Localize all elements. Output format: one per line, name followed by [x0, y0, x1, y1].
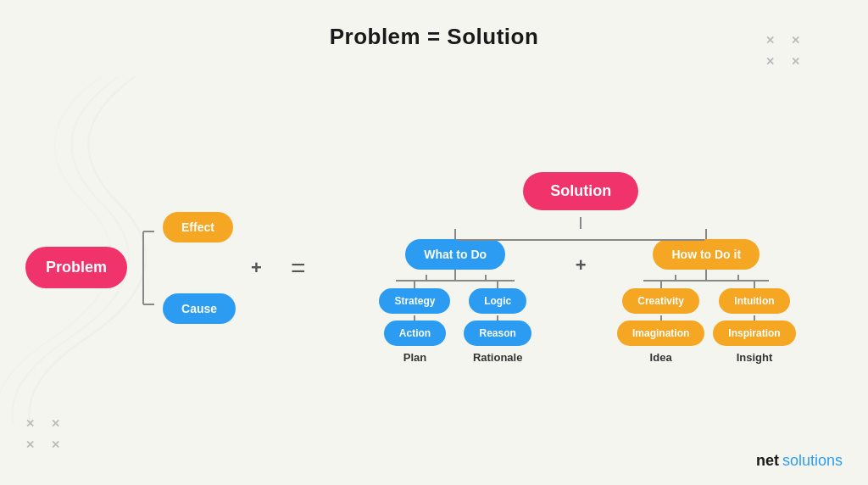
how-children: Creativity Imagination Idea Intuition In…	[634, 282, 778, 364]
top-h-connector	[457, 239, 704, 241]
v-conn-logic	[497, 282, 498, 288]
strategy-pill: Strategy	[379, 288, 450, 314]
v-conn-intuition	[754, 282, 755, 288]
v-conn-how-top	[705, 229, 707, 239]
plus-left: +	[251, 257, 262, 279]
insight-label: Insight	[737, 351, 773, 364]
action-pill: Action	[384, 321, 446, 346]
problem-pill: Problem	[25, 247, 127, 288]
x-deco-2: ✕	[765, 34, 775, 47]
equals-sign: =	[291, 254, 306, 282]
v-conn-creativity	[660, 282, 662, 288]
connector-sol-down	[580, 217, 581, 229]
v-conn-action	[414, 315, 415, 321]
v-tick-logic	[485, 275, 487, 282]
bracket-svg-left	[131, 213, 156, 323]
h-line-what	[396, 280, 515, 282]
page-title: Problem = Solution	[330, 24, 539, 50]
inspiration-pill: Inspiration	[713, 321, 795, 346]
cause-pill: Cause	[163, 293, 236, 324]
intuition-pill: Intuition	[719, 288, 789, 314]
effect-pill: Effect	[163, 212, 233, 242]
problem-group: Problem Effect Cause	[25, 212, 236, 324]
solution-pill: Solution	[523, 172, 638, 210]
v-conn-what-top	[454, 229, 456, 239]
imagination-pill: Imagination	[617, 321, 704, 346]
diagram-area: Problem Effect Cause + = Solution	[0, 50, 868, 485]
logo-net: net	[756, 452, 779, 470]
what-branch: What to Do Strategy	[351, 229, 560, 364]
effect-cause-group: Effect Cause	[163, 212, 236, 324]
h-line-how	[643, 280, 769, 282]
creativity-pill: Creativity	[622, 288, 699, 314]
v-tick-strategy	[426, 275, 427, 282]
v-conn-inspiration	[754, 315, 755, 321]
v-conn-how-down	[705, 270, 707, 280]
v-tick-intuition	[737, 275, 739, 282]
intuition-inspiration-node: Intuition Inspiration Insight	[713, 282, 795, 364]
v-conn-what-down	[454, 270, 456, 280]
v-tick-creativity	[675, 275, 676, 282]
idea-label: Idea	[650, 351, 672, 364]
main-container: ✕ ✕ ✕ ✕ ✕ ✕ ✕ ✕ Problem = Solution Probl…	[0, 0, 868, 485]
rationale-label: Rationale	[473, 351, 523, 364]
reason-pill: Reason	[464, 321, 531, 346]
branches-row: What to Do Strategy	[351, 229, 811, 364]
what-children: Strategy Action Plan Logic Reason Ration…	[387, 282, 523, 364]
how-branch: How to Do it Creativity	[602, 229, 811, 364]
what-pill: What to Do	[405, 239, 505, 270]
creativity-imagination-node: Creativity Imagination Idea	[617, 282, 704, 364]
plan-label: Plan	[403, 351, 426, 364]
logic-pill: Logic	[469, 288, 526, 314]
x-deco-1: ✕	[791, 34, 800, 47]
v-conn-strategy	[414, 282, 415, 288]
logic-reason-node: Logic Reason Rationale	[464, 282, 531, 364]
strategy-action-node: Strategy Action Plan	[379, 282, 450, 364]
solution-tree: Solution What to Do	[319, 172, 843, 364]
logo: net solutions	[756, 452, 843, 470]
plus-between-branches: +	[560, 229, 602, 276]
how-pill: How to Do it	[653, 239, 760, 270]
plus-what-how: +	[576, 254, 587, 276]
v-conn-imagination	[660, 315, 662, 321]
logo-solutions: solutions	[782, 452, 843, 470]
v-conn-reason	[497, 315, 498, 321]
